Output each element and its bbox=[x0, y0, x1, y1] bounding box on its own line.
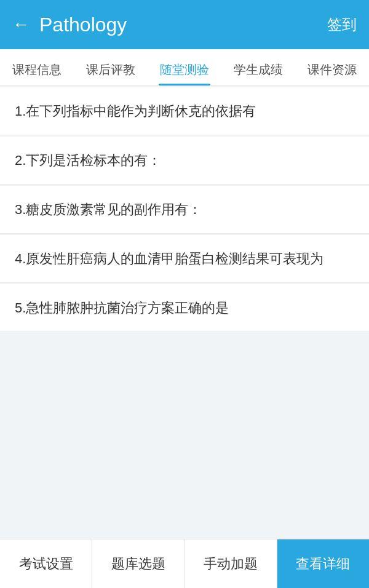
bottom-toolbar: 考试设置 题库选题 手动加题 查看详细 bbox=[0, 539, 369, 588]
page-title: Pathology bbox=[39, 14, 327, 36]
question-bank-button[interactable]: 题库选题 bbox=[92, 539, 184, 588]
view-detail-button[interactable]: 查看详细 bbox=[277, 539, 369, 588]
tab-course-info[interactable]: 课程信息 bbox=[0, 62, 74, 85]
tab-grades[interactable]: 学生成绩 bbox=[221, 62, 295, 85]
tab-quiz[interactable]: 随堂测验 bbox=[148, 62, 221, 85]
header: ← Pathology 签到 bbox=[0, 0, 369, 49]
tab-post-eval[interactable]: 课后评教 bbox=[74, 62, 148, 85]
tab-resources[interactable]: 课件资源 bbox=[295, 62, 369, 85]
add-question-button[interactable]: 手动加题 bbox=[185, 539, 277, 588]
tab-bar: 课程信息 课后评教 随堂测验 学生成绩 课件资源 bbox=[0, 49, 369, 86]
question-item-1[interactable]: 1.在下列指标中能作为判断休克的依据有 bbox=[0, 87, 369, 135]
back-button[interactable]: ← bbox=[12, 16, 30, 33]
questions-list: 1.在下列指标中能作为判断休克的依据有 2.下列是活检标本的有： 3.糖皮质激素… bbox=[0, 86, 369, 539]
question-item-5[interactable]: 5.急性肺脓肿抗菌治疗方案正确的是 bbox=[0, 284, 369, 332]
question-item-2[interactable]: 2.下列是活检标本的有： bbox=[0, 137, 369, 185]
question-item-4[interactable]: 4.原发性肝癌病人的血清甲胎蛋白检测结果可表现为 bbox=[0, 235, 369, 283]
question-item-3[interactable]: 3.糖皮质激素常见的副作用有： bbox=[0, 186, 369, 234]
checkin-button[interactable]: 签到 bbox=[327, 15, 357, 34]
exam-settings-button[interactable]: 考试设置 bbox=[0, 539, 92, 588]
